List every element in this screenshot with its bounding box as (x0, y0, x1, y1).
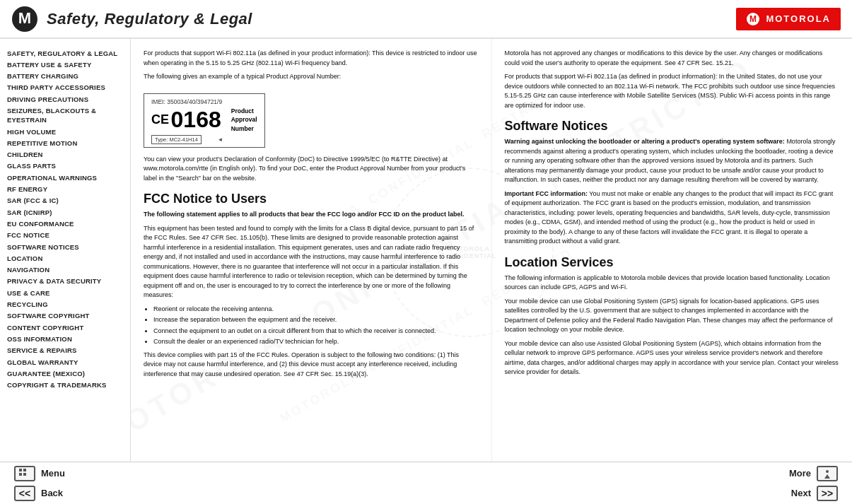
sidebar-item-guarantee[interactable]: GUARANTEE (MEXICO) (7, 368, 124, 379)
fcc-statement-text: The following statement applies to all p… (144, 211, 465, 218)
fcc-footer: This device complies with part 15 of the… (144, 351, 479, 380)
more-label: More (789, 468, 811, 479)
location-intro: The following information is applicable … (505, 274, 840, 293)
brand-badge: M MOTOROLA (736, 8, 841, 30)
sidebar-item-fcc-notice[interactable]: FCC NOTICE (7, 230, 124, 241)
ce-arrow: ◄ (217, 136, 223, 143)
sidebar-item-use-care[interactable]: USE & CARE (7, 287, 124, 298)
sidebar-item-battery-use[interactable]: BATTERY USE & SAFETY (7, 59, 124, 70)
sidebar-item-operational[interactable]: OPERATIONAL WARNINGS (7, 172, 124, 183)
approval-label: The following gives an example of a typi… (144, 72, 479, 82)
sidebar-item-driving[interactable]: DRIVING PRECAUTIONS (7, 93, 124, 105)
fcc-list: Reorient or relocate the receiving anten… (153, 305, 479, 347)
sidebar-item-navigation[interactable]: NAVIGATION (7, 264, 124, 276)
location-heading: Location Services (505, 255, 840, 270)
imei-text: IMEI: 350034/40/394721/9 (151, 98, 257, 105)
ce-box: IMEI: 350034/40/394721/9 CE 0168 Product… (144, 93, 265, 148)
menu-label: Menu (41, 468, 65, 479)
sidebar-item-glass[interactable]: GLASS PARTS (7, 160, 124, 172)
menu-icon (14, 466, 35, 481)
sidebar-item-rf-energy[interactable]: RF ENERGY (7, 184, 124, 195)
footer-right: More Next >> (789, 466, 838, 501)
sidebar-item-location[interactable]: LOCATION (7, 252, 124, 264)
sidebar-item-sar-icnirp[interactable]: SAR (ICNIRP) (7, 206, 124, 218)
fcc-body: This equipment has been tested and found… (144, 224, 479, 300)
next-icon: >> (817, 486, 838, 501)
back-label: Back (41, 488, 63, 498)
fcc-list-item-3: Connect the equipment to an outlet on a … (153, 327, 479, 336)
fcc-info: Important FCC information: You must not … (505, 189, 840, 247)
page-title: Safety, Regulatory & Legal (47, 10, 252, 28)
ce-number: 0168 (171, 107, 221, 133)
sidebar-item-battery-charging[interactable]: BATTERY CHARGING (7, 71, 124, 82)
fcc-heading: FCC Notice to Users (144, 192, 479, 206)
sidebar-item-third-party[interactable]: THIRD PARTY ACCESSORIES (7, 82, 124, 93)
brand-name: MOTOROLA (766, 13, 831, 24)
svg-rect-4 (19, 469, 22, 471)
svg-point-8 (826, 470, 829, 473)
menu-button[interactable]: Menu (14, 466, 65, 481)
sidebar-item-software[interactable]: SOFTWARE NOTICES (7, 241, 124, 252)
sidebar-item-warranty[interactable]: GLOBAL WARRANTY (7, 356, 124, 368)
sidebar-item-repetitive[interactable]: REPETITIVE MOTION (7, 137, 124, 148)
right-intro: Motorola has not approved any changes or… (505, 49, 840, 68)
ce-symbol: CE (151, 112, 169, 127)
back-button[interactable]: << Back (14, 486, 65, 501)
header-left: M Safety, Regulatory & Legal (11, 6, 252, 33)
wifi-intro: For products that support Wi-Fi 802.11a … (144, 49, 479, 68)
motorola-m-icon: M (746, 12, 760, 26)
software-warning: Warning against unlocking the bootloader… (505, 137, 840, 185)
sidebar-item-content-copyright[interactable]: CONTENT COPYRIGHT (7, 322, 124, 333)
sidebar-item-copyright[interactable]: COPYRIGHT & TRADEMARKS (7, 380, 124, 391)
doc-text: You can view your product's Declaration … (144, 155, 479, 184)
sidebar-item-privacy[interactable]: PRIVACY & DATA SECURITY (7, 276, 124, 287)
more-icon (817, 466, 838, 481)
header: M Safety, Regulatory & Legal M MOTOROLA (0, 0, 852, 39)
ce-type: Type: MC2-41H14 (151, 135, 202, 144)
sidebar-item-seizures[interactable]: SEIZURES, BLACKOUTS & EYESTRAIN (7, 105, 124, 126)
sidebar-item-safety[interactable]: SAFETY, REGULATORY & LEGAL (7, 47, 124, 59)
svg-text:M: M (749, 14, 757, 24)
next-button[interactable]: Next >> (791, 486, 838, 501)
motorola-logo-left: M (11, 6, 38, 33)
sidebar-item-software-copyright[interactable]: SOFTWARE COPYRIGHT (7, 310, 124, 322)
sidebar-item-high-volume[interactable]: HIGH VOLUME (7, 126, 124, 137)
svg-text:M: M (18, 9, 31, 27)
sidebar-item-service[interactable]: SERVICE & REPAIRS (7, 345, 124, 356)
software-warning-heading: Warning against unlocking the bootloader… (505, 138, 785, 145)
sidebar: SAFETY, REGULATORY & LEGAL BATTERY USE &… (0, 39, 131, 462)
main-layout: SAFETY, REGULATORY & LEGAL BATTERY USE &… (0, 39, 852, 462)
agps-text: Your mobile device can also use Assisted… (505, 339, 840, 377)
footer: Menu << Back More Next >> (0, 462, 852, 504)
next-label: Next (791, 488, 811, 498)
content-right: Motorola has not approved any changes or… (492, 39, 853, 462)
right-wifi: For products that support Wi-Fi 802.11a … (505, 72, 840, 110)
product-approval-label: ProductApprovalNumber (231, 107, 257, 134)
more-button[interactable]: More (789, 466, 838, 481)
sidebar-item-children[interactable]: CHILDREN (7, 149, 124, 160)
fcc-info-heading: Important FCC information: (505, 190, 588, 197)
sidebar-item-oss[interactable]: OSS INFORMATION (7, 333, 124, 344)
fcc-statement: The following statement applies to all p… (144, 210, 479, 220)
content-left: For products that support Wi-Fi 802.11a … (131, 39, 492, 462)
content-area: For products that support Wi-Fi 802.11a … (131, 39, 852, 462)
software-heading: Software Notices (505, 119, 840, 134)
svg-rect-6 (19, 473, 22, 476)
footer-left: Menu << Back (14, 466, 65, 501)
svg-rect-7 (23, 473, 26, 476)
fcc-info-body: You must not make or enable any changes … (505, 190, 834, 245)
fcc-list-item-1: Reorient or relocate the receiving anten… (153, 305, 479, 315)
sidebar-item-sar-fcc[interactable]: SAR (FCC & IC) (7, 195, 124, 206)
svg-rect-5 (23, 469, 26, 471)
fcc-list-item-4: Consult the dealer or an experienced rad… (153, 337, 479, 347)
sidebar-item-recycling[interactable]: RECYCLING (7, 299, 124, 310)
sidebar-item-eu[interactable]: EU CONFORMANCE (7, 218, 124, 229)
gps-text: Your mobile device can use Global Positi… (505, 297, 840, 335)
fcc-list-item-2: Increase the separation between the equi… (153, 315, 479, 325)
back-icon: << (14, 486, 35, 501)
